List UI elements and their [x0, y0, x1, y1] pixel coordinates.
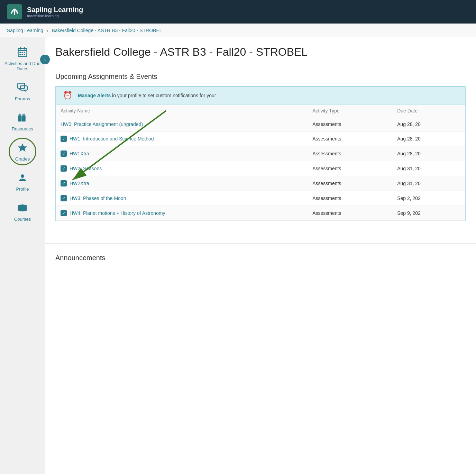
sidebar-collapse-button[interactable]: ‹ [40, 55, 50, 64]
activity-type-cell: Assessments [308, 161, 392, 176]
activity-name-cell: ✓HW3: Phases of the Moon [56, 191, 308, 206]
clock-icon: ⏰ [63, 91, 72, 100]
table-row: ✓HW2: SeasonsAssessmentsAug 31, 20 [56, 161, 465, 176]
breadcrumb-sapling[interactable]: Sapling Learning [7, 28, 43, 33]
sidebar-item-activities[interactable]: Activities and Due Dates [0, 41, 45, 76]
sidebar-item-courses[interactable]: Courses [0, 197, 45, 227]
profile-icon [16, 171, 29, 184]
check-badge: ✓ [61, 195, 67, 201]
check-badge: ✓ [61, 136, 67, 142]
table-row: ✓HW1: Introduction and Science MethodAss… [56, 131, 465, 146]
sidebar-courses-label: Courses [14, 217, 31, 222]
assignments-table: Activity Name Activity Type Due Date HW0… [56, 104, 465, 221]
activity-link[interactable]: ✓HW1Xtra [61, 151, 303, 157]
page-title: Bakersfield College - ASTR B3 - Fall20 -… [55, 46, 466, 58]
due-date-cell: Aug 31, 20 [392, 161, 465, 176]
sidebar-resources-label: Resources [12, 126, 33, 131]
sidebar-forums-label: Forums [15, 96, 30, 101]
svg-rect-7 [24, 52, 25, 53]
sidebar-item-resources[interactable]: Resources [0, 106, 45, 136]
activity-link[interactable]: ✓HW2: Seasons [61, 165, 303, 172]
table-header: Activity Name Activity Type Due Date [56, 104, 465, 117]
activity-link[interactable]: ✓HW2Xtra [61, 180, 303, 186]
svg-rect-6 [22, 52, 23, 53]
alert-bar: ⏰ Manage Alerts in your profile to set c… [56, 86, 465, 104]
due-date-cell: Aug 28, 20 [392, 146, 465, 161]
sidebar: ‹ Activities and Due Dates [0, 37, 45, 474]
svg-rect-13 [18, 116, 22, 122]
due-date-cell: Aug 28, 20 [392, 131, 465, 146]
activity-name-cell: ✓HW1Xtra [56, 146, 308, 161]
sidebar-item-grades[interactable]: Grades [0, 136, 45, 166]
due-date-cell: Sep 9, 202 [392, 206, 465, 221]
check-badge: ✓ [61, 210, 67, 216]
activity-name-cell: ✓HW2Xtra [56, 176, 308, 191]
logo-sub-text: macmillan learning [27, 14, 83, 18]
svg-point-18 [21, 174, 24, 178]
activity-link[interactable]: ✓HW1: Introduction and Science Method [61, 136, 303, 142]
announcements-title: Announcements [55, 254, 466, 262]
activity-name-cell: ✓HW4: Planet motions + History of Astron… [56, 206, 308, 221]
alert-text: Manage Alerts in your profile to set cus… [78, 93, 216, 98]
page-title-bar: Bakersfield College - ASTR B3 - Fall20 -… [45, 37, 476, 64]
main-layout: ‹ Activities and Due Dates [0, 37, 476, 474]
activity-link[interactable]: ✓HW3: Phases of the Moon [61, 195, 303, 201]
col-activity-type: Activity Type [308, 104, 392, 117]
activity-type-cell: Assessments [308, 176, 392, 191]
col-due-date: Due Date [392, 104, 465, 117]
logo-main-text: Sapling Learning [27, 6, 83, 14]
svg-rect-14 [19, 114, 21, 116]
sidebar-activities-label: Activities and Due Dates [3, 61, 42, 71]
courses-icon [16, 201, 29, 215]
table-row: ✓HW4: Planet motions + History of Astron… [56, 206, 465, 221]
activity-type-cell: Assessments [308, 117, 392, 131]
svg-rect-9 [22, 54, 23, 55]
sidebar-grades-label: Grades [15, 156, 30, 162]
table-row: ✓HW1XtraAssessmentsAug 28, 20 [56, 146, 465, 161]
svg-rect-10 [24, 54, 25, 55]
breadcrumb-separator: › [47, 28, 48, 33]
announcements-section: Announcements [45, 243, 476, 274]
svg-rect-15 [22, 116, 26, 122]
sidebar-item-profile[interactable]: Profile [0, 166, 45, 197]
svg-rect-5 [19, 52, 21, 53]
svg-rect-16 [22, 114, 25, 116]
activity-type-cell: Assessments [308, 131, 392, 146]
sapling-logo-icon [7, 4, 22, 19]
col-activity-name: Activity Name [56, 104, 308, 117]
activity-link[interactable]: HW0: Practice Assignment (ungraded) [61, 121, 303, 127]
table-row: ✓HW3: Phases of the MoonAssessmentsSep 2… [56, 191, 465, 206]
resources-icon [16, 111, 29, 124]
content-body: Upcoming Assignments & Events ⏰ Manage A… [45, 64, 476, 236]
content-area: Bakersfield College - ASTR B3 - Fall20 -… [45, 37, 476, 474]
upcoming-section-title: Upcoming Assignments & Events [55, 73, 466, 81]
activity-name-cell: ✓HW1: Introduction and Science Method [56, 131, 308, 146]
logo-text: Sapling Learning macmillan learning [27, 6, 83, 18]
check-badge: ✓ [61, 151, 67, 157]
sidebar-profile-label: Profile [16, 186, 29, 192]
breadcrumb-course[interactable]: Bakersfield College - ASTR B3 - Fall20 -… [52, 28, 162, 33]
table-row: ✓HW2XtraAssessmentsAug 31, 20 [56, 176, 465, 191]
activity-link[interactable]: ✓HW4: Planet motions + History of Astron… [61, 210, 303, 216]
activity-type-cell: Assessments [308, 146, 392, 161]
assignments-table-wrapper: ⏰ Manage Alerts in your profile to set c… [55, 86, 466, 221]
svg-marker-17 [18, 144, 27, 152]
sidebar-item-forums[interactable]: Forums [0, 76, 45, 106]
table-body: HW0: Practice Assignment (ungraded)Asses… [56, 117, 465, 221]
check-badge: ✓ [61, 165, 67, 172]
due-date-cell: Sep 2, 202 [392, 191, 465, 206]
activity-type-cell: Assessments [308, 206, 392, 221]
forums-icon [16, 81, 29, 94]
table-row: HW0: Practice Assignment (ungraded)Asses… [56, 117, 465, 131]
breadcrumb: Sapling Learning › Bakersfield College -… [0, 24, 476, 37]
table-header-row: Activity Name Activity Type Due Date [56, 104, 465, 117]
activity-name-cell: HW0: Practice Assignment (ungraded) [56, 117, 308, 131]
manage-alerts-link[interactable]: Manage Alerts [78, 93, 111, 98]
grades-icon [16, 141, 29, 154]
top-navigation-bar: Sapling Learning macmillan learning [0, 0, 476, 24]
check-badge: ✓ [61, 180, 67, 186]
svg-rect-8 [19, 54, 21, 55]
activity-name-cell: ✓HW2: Seasons [56, 161, 308, 176]
activity-type-cell: Assessments [308, 191, 392, 206]
calendar-icon [16, 46, 29, 59]
